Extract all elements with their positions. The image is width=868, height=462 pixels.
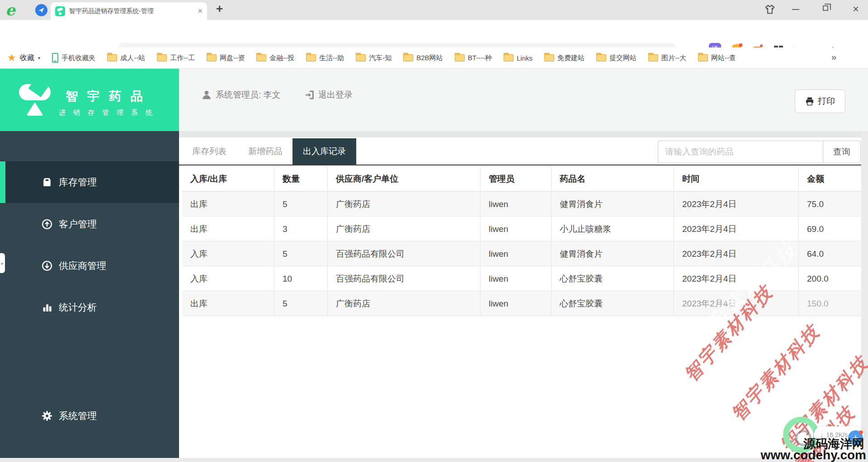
table-cell: 2023年2月4日 — [674, 266, 799, 291]
table-cell: liwen — [481, 291, 552, 316]
browser-tab[interactable]: 智宇药品进销存管理系统-管理 × — [51, 2, 207, 20]
table-cell: 入库 — [182, 241, 274, 266]
table-cell: 2023年2月4日 — [674, 241, 799, 266]
sidebar-item-customers[interactable]: 客户管理 — [0, 203, 179, 245]
bookmark-folder[interactable]: 工作--工 — [157, 54, 195, 62]
column-header: 数量 — [274, 166, 328, 192]
table-cell: 2023年2月4日 — [674, 291, 799, 316]
column-header: 金额 — [799, 166, 861, 192]
logout-button[interactable]: 退出登录 — [305, 89, 353, 101]
folder-icon — [157, 54, 167, 61]
user-icon — [202, 90, 212, 100]
bookmark-folder[interactable]: Links — [504, 54, 533, 62]
search-button[interactable]: 查询 — [823, 141, 861, 163]
table-cell: 5 — [274, 192, 328, 217]
tab-add-medicine[interactable]: 新增药品 — [241, 138, 290, 165]
tab-inventory-list[interactable]: 库存列表 — [184, 138, 234, 165]
table-cell: 健胃消食片 — [552, 241, 674, 266]
theme-skin-icon[interactable] — [764, 4, 776, 15]
table-cell: 出库 — [182, 192, 274, 217]
browser-logo-icon[interactable]: e — [5, 1, 15, 19]
bookmark-folder[interactable]: 提交网站 — [596, 54, 637, 62]
bookmark-folder[interactable]: 免费建站 — [544, 54, 585, 62]
app-topbar: 系统管理员: 李文 退出登录 打印 — [179, 69, 868, 131]
table-cell: 2023年2月4日 — [674, 192, 799, 217]
table-cell: 75.0 — [799, 192, 861, 217]
minimize-button[interactable] — [792, 9, 799, 10]
bookmark-mobile-favorites[interactable]: 手机收藏夹 — [52, 53, 95, 63]
table-cell: 小儿止咳糖浆 — [552, 217, 674, 241]
folder-icon — [455, 54, 465, 61]
search-group: 查询 — [658, 141, 861, 163]
column-header: 入库/出库 — [182, 166, 274, 192]
print-button[interactable]: 打印 — [795, 90, 845, 113]
sidebar-item-system[interactable]: 系统管理 — [0, 395, 179, 437]
app-title: 智宇药品 — [66, 88, 152, 104]
restore-button[interactable] — [823, 5, 828, 11]
capsule-logo-icon — [19, 79, 55, 120]
window-titlebar: e 智宇药品进销存管理系统-管理 × + × — [0, 0, 868, 20]
table-cell: 5 — [274, 241, 328, 266]
folder-icon — [698, 54, 708, 61]
table-cell: 广衡药店 — [328, 217, 481, 241]
table-cell: 百强药品有限公司 — [328, 241, 481, 266]
table-cell: 出库 — [182, 217, 274, 241]
phone-icon — [52, 53, 58, 63]
bookmark-folder[interactable]: 生活--助 — [306, 54, 344, 62]
bookmark-folder[interactable]: 图片--大 — [648, 54, 686, 62]
main-content: 库存列表 新增药品 出入库记录 查询 入库/出库 数量 供应商/客户单位 管理员… — [179, 131, 861, 458]
tab-in-out-records[interactable]: 出入库记录 — [292, 138, 356, 165]
watermark-site-url: www.codehy.com — [750, 448, 866, 462]
bookmark-folder[interactable]: 汽车-知 — [356, 54, 392, 62]
bookmark-folder[interactable]: BT----种 — [455, 54, 492, 62]
table-cell: 广衡药店 — [328, 291, 481, 316]
horizontal-scrollbar[interactable] — [0, 458, 868, 462]
sidebar-item-statistics[interactable]: 统计分析 — [0, 287, 179, 328]
tab-favicon — [55, 6, 65, 16]
table-cell: 心舒宝胶囊 — [552, 291, 674, 316]
circle-down-arrow-icon — [42, 260, 52, 271]
table-cell: 健胃消食片 — [552, 192, 674, 217]
table-cell: 入库 — [182, 266, 274, 291]
gear-icon — [42, 410, 52, 421]
sidebar-collapse-handle[interactable]: ▸ — [0, 253, 5, 273]
bookmark-folder[interactable]: 金融--投 — [256, 54, 294, 62]
table-cell: 百强药品有限公司 — [328, 266, 481, 291]
tab-title: 智宇药品进销存管理系统-管理 — [69, 7, 195, 15]
new-tab-button[interactable]: + — [216, 2, 223, 16]
bookmark-folder[interactable]: 网盘--资 — [207, 54, 245, 62]
logout-icon — [305, 90, 315, 100]
app-subtitle: 进销存管理系统 — [59, 108, 160, 117]
printer-icon — [805, 97, 814, 106]
content-top-strip — [179, 131, 861, 137]
search-input[interactable] — [658, 141, 823, 163]
table-cell: 2023年2月4日 — [674, 217, 799, 241]
bookmarks-overflow-icon[interactable]: » — [831, 52, 836, 62]
tabs-underline — [179, 165, 861, 165]
vertical-scrollbar[interactable] — [861, 131, 868, 458]
circle-up-arrow-icon — [42, 219, 52, 230]
folder-icon — [596, 54, 606, 61]
table-cell: 10 — [274, 266, 328, 291]
bookmarks-bar: ★ 收藏 ▾ 手机收藏夹 成人--站 工作--工 网盘--资 金融--投 生活-… — [0, 47, 868, 69]
favorites-label[interactable]: 收藏 — [20, 53, 34, 63]
bookmark-folder[interactable]: 成人--站 — [107, 54, 145, 62]
table-cell: liwen — [481, 217, 552, 241]
column-header: 管理员 — [481, 166, 552, 192]
sidebar-item-suppliers[interactable]: 供应商管理 — [0, 245, 179, 287]
sidebar: 库存管理 客户管理 供应商管理 统计分析 系统管理 ▸ — [0, 131, 179, 458]
column-header: 药品名 — [552, 166, 674, 192]
tab-close-icon[interactable]: × — [198, 6, 203, 16]
favorites-caret-icon[interactable]: ▾ — [38, 55, 41, 61]
favorites-star-icon[interactable]: ★ — [7, 52, 16, 64]
folder-icon — [356, 54, 366, 61]
close-button[interactable]: × — [853, 3, 859, 15]
table-cell: 广衡药店 — [328, 192, 481, 217]
navigation-icon[interactable] — [35, 4, 47, 16]
sidebar-item-inventory[interactable]: 库存管理 — [0, 161, 179, 203]
bookmark-folder[interactable]: B2B网站 — [403, 54, 443, 62]
bookmark-folder[interactable]: 网站--查 — [698, 54, 736, 62]
folder-icon — [107, 54, 117, 61]
table-cell: 64.0 — [799, 241, 861, 266]
column-header: 供应商/客户单位 — [328, 166, 481, 192]
